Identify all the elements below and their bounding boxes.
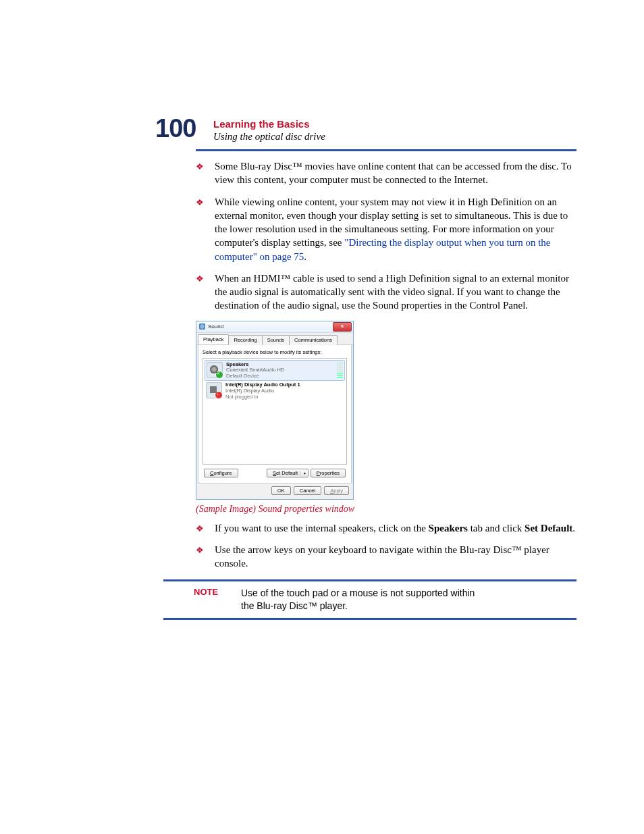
section-subtitle: Using the optical disc drive (213, 131, 576, 142)
speaker-icon (207, 362, 223, 378)
bullet-item: When an HDMI™ cable is used to send a Hi… (196, 271, 576, 313)
unplugged-icon (215, 391, 223, 399)
panel-instruction: Select a playback device below to modify… (203, 349, 347, 355)
sound-icon (199, 323, 205, 330)
note-text: Use of the touch pad or a mouse is not s… (241, 587, 484, 613)
ok-button[interactable]: OK (271, 486, 291, 495)
check-icon (215, 371, 223, 379)
bullet-text: tab and click (468, 523, 525, 533)
dialog-titlebar: Sound x (196, 321, 353, 333)
dialog-tabs: Playback Recording Sounds Communications (196, 333, 353, 345)
dialog-button-row-1: Configure Set Default Properties (204, 469, 346, 477)
note-box: NOTE Use of the touch pad or a mouse is … (163, 579, 576, 620)
tab-panel-playback: Select a playback device below to modify… (198, 345, 352, 484)
bold-ui-term: Set Default (525, 523, 572, 533)
bullet-item: If you want to use the internal speakers… (196, 521, 576, 535)
dialog-title: Sound (208, 323, 223, 330)
bullet-list-top: Some Blu-ray Disc™ movies have online co… (196, 159, 576, 313)
header-divider (196, 149, 576, 151)
tab-recording[interactable]: Recording (228, 335, 262, 345)
bullet-text: . (304, 251, 306, 262)
bullet-list-bottom: If you want to use the internal speakers… (196, 521, 576, 571)
note-label: NOTE (163, 587, 221, 613)
bullet-text: . (572, 523, 575, 533)
section-title: Learning the Basics (213, 118, 576, 130)
close-button[interactable]: x (333, 322, 352, 332)
configure-button[interactable]: Configure (204, 469, 238, 477)
page-number: 100 (155, 114, 196, 143)
bold-ui-term: Speakers (429, 523, 468, 533)
sound-dialog-image: Sound x Playback Recording Sounds Commun… (196, 321, 354, 500)
dialog-button-row-2: OK Cancel Apply (196, 484, 353, 499)
cancel-button[interactable]: Cancel (294, 486, 321, 495)
device-item-display-audio[interactable]: Intel(R) Display Audio Output 1 Intel(R)… (205, 381, 345, 401)
bullet-item: While viewing online content, your syste… (196, 195, 576, 263)
bullet-text: Use the arrow keys on your keyboard to n… (215, 544, 549, 569)
bullet-text: When an HDMI™ cable is used to send a Hi… (215, 273, 569, 311)
bullet-item: Use the arrow keys on your keyboard to n… (196, 543, 576, 571)
set-default-button[interactable]: Set Default (267, 469, 308, 477)
page-header: 100 Learning the Basics Using the optica… (155, 118, 576, 151)
figure-caption: (Sample Image) Sound properties window (196, 504, 576, 515)
tab-communications[interactable]: Communications (289, 335, 338, 345)
apply-button[interactable]: Apply (324, 486, 349, 495)
device-item-speakers[interactable]: Speakers Conexant SmartAudio HD Default … (205, 360, 345, 382)
display-audio-icon (206, 382, 222, 398)
properties-button[interactable]: Properties (311, 469, 346, 477)
bullet-text: If you want to use the internal speakers… (215, 523, 429, 533)
bullet-item: Some Blu-ray Disc™ movies have online co… (196, 159, 576, 187)
device-list[interactable]: Speakers Conexant SmartAudio HD Default … (203, 358, 347, 465)
device-status: Default Device (226, 373, 284, 380)
tab-sounds[interactable]: Sounds (262, 335, 290, 345)
level-meter-icon (337, 362, 343, 378)
device-status: Not plugged in (225, 394, 300, 400)
tab-playback[interactable]: Playback (198, 334, 229, 344)
bullet-text: Some Blu-ray Disc™ movies have online co… (215, 161, 572, 185)
